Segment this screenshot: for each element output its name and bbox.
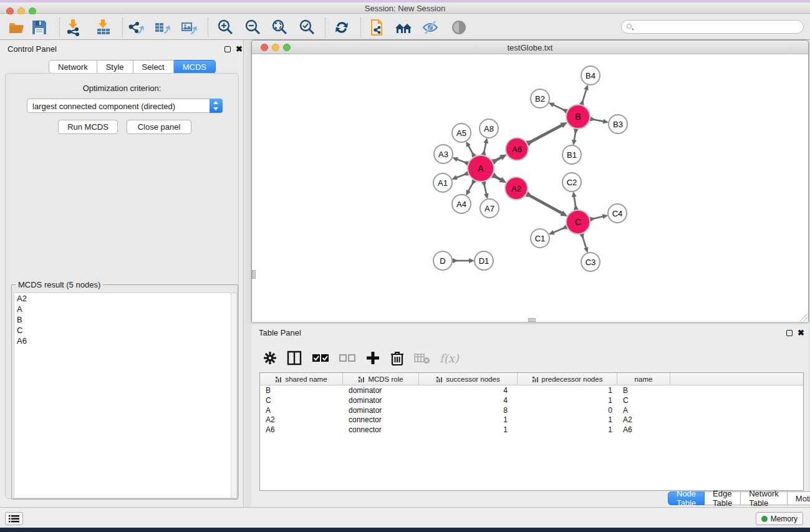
cell-shared-name: C [260, 396, 343, 406]
result-item[interactable]: B [14, 314, 236, 325]
control-panel-title: Control Panel [7, 44, 57, 54]
edge-arrowhead [469, 258, 475, 263]
cell-successor-nodes: 1 [419, 425, 518, 435]
optimization-criterion-value: largest connected component (directed) [32, 102, 175, 111]
new-network-from-selection-icon[interactable] [368, 18, 387, 37]
column-header-name[interactable]: name [617, 373, 670, 385]
cell-shared-name: A6 [260, 425, 343, 435]
result-item[interactable]: A6 [14, 336, 236, 346]
edge-arrowhead [453, 258, 458, 263]
cell-shared-name: A [260, 406, 343, 416]
cytoscape-app: Session: New Session [0, 0, 810, 532]
search-input[interactable] [621, 20, 804, 34]
optimization-criterion-select[interactable]: largest connected component (directed) [27, 99, 223, 113]
table-row[interactable]: Cdominator41C [260, 396, 803, 406]
memory-button[interactable]: Memory [756, 512, 803, 525]
optimization-criterion-label: Optimization criterion: [6, 84, 238, 93]
node-label-D: D [440, 256, 445, 266]
zoom-in-icon[interactable] [216, 18, 234, 37]
cell-predecessor-nodes: 1 [518, 425, 617, 435]
float-panel-icon[interactable] [224, 46, 231, 52]
apply-layout-icon[interactable] [332, 18, 351, 37]
edge-arrowhead [602, 214, 609, 219]
result-item[interactable]: C [14, 325, 236, 336]
open-session-icon[interactable] [7, 18, 26, 37]
tab-edge-table[interactable]: Edge Table [705, 491, 741, 505]
cell-MCDS-role: dominator [343, 396, 419, 406]
import-table-icon[interactable] [94, 18, 113, 37]
first-neighbors-icon[interactable] [394, 18, 413, 37]
cell-successor-nodes: 8 [419, 406, 518, 416]
task-history-button[interactable] [5, 512, 23, 525]
status-bar: Memory [0, 507, 810, 528]
node-label-C3: C3 [586, 258, 596, 267]
tab-node-table[interactable]: Node Table [668, 491, 705, 505]
cell-name: A6 [617, 425, 670, 435]
result-item[interactable]: A [14, 304, 236, 314]
node-label-B2: B2 [535, 94, 545, 104]
select-all-icon[interactable] [311, 350, 330, 366]
network-window: testGlobe.txt AA6A2BCA1A3A4A5A7A8B1B2B3B… [251, 40, 809, 322]
table-row[interactable]: A6connector11A6 [260, 425, 803, 435]
show-graphics-details-icon[interactable] [450, 18, 468, 37]
zoom-selected-icon[interactable] [297, 18, 316, 37]
run-mcds-button[interactable]: Run MCDS [58, 120, 118, 134]
table-row[interactable]: Bdominator41B [260, 386, 803, 396]
table-close-icon[interactable]: ✖ [798, 330, 804, 336]
tab-style[interactable]: Style [97, 60, 133, 74]
table-panel: Table Panel ✖ [251, 324, 809, 507]
tab-network-table[interactable]: Network Table [741, 491, 788, 505]
node-label-C1: C1 [535, 234, 546, 243]
close-panel-icon[interactable]: ✖ [236, 46, 243, 52]
network-canvas[interactable]: AA6A2BCA1A3A4A5A7A8B1B2B3B4C1C2C3C4DD1 [252, 54, 808, 322]
export-table-icon[interactable] [153, 18, 172, 37]
column-header-predecessor-nodes[interactable]: predecessor nodes [518, 373, 617, 385]
mcds-result-list[interactable]: A2ABCA6 [14, 293, 237, 498]
table-float-icon[interactable] [786, 330, 793, 336]
network-vscroll-thumb[interactable] [252, 270, 256, 279]
network-graph[interactable]: AA6A2BCA1A3A4A5A7A8B1B2B3B4C1C2C3C4DD1 [252, 54, 808, 322]
result-item[interactable]: A2 [14, 293, 236, 304]
zoom-out-icon[interactable] [243, 18, 262, 37]
cell-shared-name: A2 [260, 415, 343, 425]
cell-shared-name: B [260, 386, 343, 396]
edge-arrowhead [572, 140, 577, 146]
column-sort-icon [532, 376, 539, 383]
show-columns-icon[interactable] [286, 350, 302, 366]
zoom-fit-icon[interactable] [270, 18, 289, 37]
table-row[interactable]: A2connector11A2 [260, 415, 803, 425]
cell-name: B [617, 386, 670, 396]
import-network-icon[interactable] [64, 18, 83, 37]
column-header-MCDS-role[interactable]: MCDS role [343, 373, 419, 385]
column-header-shared-name[interactable]: shared name [260, 373, 343, 385]
save-session-icon[interactable] [30, 18, 49, 37]
node-table[interactable]: shared nameMCDS rolesuccessor nodesprede… [259, 372, 804, 491]
edge-arrowhead [603, 119, 609, 124]
column-settings-gear-icon[interactable] [263, 351, 277, 365]
tab-network[interactable]: Network [49, 60, 97, 74]
network-window-titlebar[interactable]: testGlobe.txt [252, 41, 808, 54]
cell-predecessor-nodes: 0 [518, 406, 617, 416]
table-row[interactable]: Adominator80A [260, 406, 803, 416]
mcds-panel: Optimization criterion: largest connecte… [5, 73, 239, 499]
add-column-icon[interactable] [365, 350, 381, 366]
tab-mcds[interactable]: MCDS [174, 60, 216, 74]
column-header-successor-nodes[interactable]: successor nodes [419, 373, 518, 385]
mcds-result-group: MCDS result (5 nodes) A2ABCA6 [11, 284, 238, 500]
close-panel-button[interactable]: Close panel [127, 120, 191, 134]
export-network-icon[interactable] [127, 18, 145, 37]
delete-columns-icon[interactable] [390, 350, 405, 366]
cell-MCDS-role: connector [343, 415, 419, 425]
control-panel: Control Panel ✖ NetworkStyleSelectMCDS O… [0, 40, 244, 507]
hide-graphics-details-icon[interactable] [421, 18, 440, 37]
export-image-icon[interactable] [180, 18, 199, 37]
deselect-all-icon[interactable] [339, 350, 356, 366]
node-label-A4: A4 [456, 200, 466, 209]
cell-successor-nodes: 4 [419, 396, 518, 406]
node-label-B3: B3 [613, 120, 623, 129]
result-list-scrollbar[interactable] [231, 293, 236, 498]
delete-table-disabled-icon [413, 351, 431, 365]
tab-motifs[interactable]: Motifs [788, 491, 810, 505]
tab-select[interactable]: Select [133, 60, 174, 74]
network-hscroll-thumb[interactable] [528, 318, 536, 322]
